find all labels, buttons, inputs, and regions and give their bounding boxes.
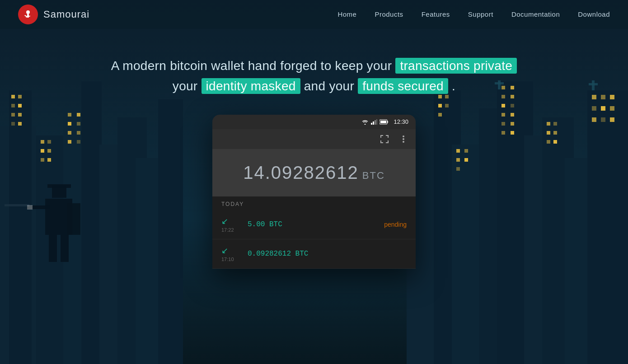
nav-link-products[interactable]: Products — [375, 10, 403, 18]
svg-rect-97 — [373, 121, 374, 125]
nav-link-documentation[interactable]: Documentation — [511, 10, 560, 18]
brand: Samourai — [18, 5, 89, 24]
svg-rect-44 — [445, 104, 449, 107]
svg-rect-73 — [601, 106, 605, 111]
svg-point-105 — [403, 141, 404, 143]
nav-item-home[interactable]: Home — [337, 10, 356, 19]
tx-1-status: pending — [384, 221, 407, 228]
svg-rect-21 — [11, 104, 15, 107]
phone-statusbar: 12:30 — [212, 115, 416, 129]
phone-toolbar — [212, 129, 416, 149]
tx-1-arrow-icon: ↙ — [221, 216, 232, 226]
more-options-icon[interactable] — [398, 134, 408, 144]
transaction-row-2: ↙ 17:10 0.09282612 BTC — [212, 239, 416, 269]
balance-value: 14.09282612 — [243, 163, 359, 182]
status-icons: 12:30 — [361, 118, 408, 125]
svg-rect-72 — [592, 106, 596, 111]
hero-text-pre1: A modern bitcoin wallet hand forged to k… — [111, 59, 392, 73]
tx-2-amount: 0.09282612 BTC — [248, 250, 400, 258]
nav-item-download[interactable]: Download — [578, 10, 610, 19]
nav-link-download[interactable]: Download — [578, 10, 610, 18]
svg-point-104 — [403, 138, 404, 140]
hero-highlight-funds: funds secured — [358, 78, 448, 94]
nav-item-products[interactable]: Products — [375, 10, 403, 19]
balance-unit: BTC — [362, 170, 385, 181]
svg-rect-74 — [610, 106, 614, 111]
svg-rect-99 — [376, 119, 377, 125]
hero-highlight-identity: identity masked — [202, 78, 300, 94]
nav-item-documentation[interactable]: Documentation — [511, 10, 560, 19]
logo — [18, 5, 38, 24]
tx-2-time: 17:10 — [221, 257, 241, 262]
tx-1-left: ↙ 17:22 — [221, 216, 241, 233]
nav-item-features[interactable]: Features — [422, 10, 450, 19]
tx-2-left: ↙ 17:10 — [221, 246, 241, 262]
nav-links: Home Products Features Support Documenta… — [337, 10, 610, 19]
phone-transactions: TODAY ↙ 17:22 5.00 BTC pending ↙ 17:10 0… — [212, 196, 416, 269]
phone-mockup: 12:30 14.09282612BTC — [212, 115, 416, 269]
wifi-icon — [361, 119, 369, 125]
battery-icon — [380, 119, 389, 125]
nav-link-features[interactable]: Features — [422, 10, 450, 18]
tx-1-amount: 5.00 BTC — [248, 220, 378, 229]
hero-highlight-transactions: transactions private — [395, 58, 517, 74]
nav-link-home[interactable]: Home — [337, 10, 356, 18]
nav-link-support[interactable]: Support — [468, 10, 493, 18]
svg-point-103 — [403, 135, 404, 137]
signal-icon — [371, 119, 377, 125]
phone-mockup-container: 12:30 14.09282612BTC — [0, 115, 628, 269]
navbar: Samourai Home Products Features Support … — [0, 0, 628, 29]
status-time: 12:30 — [394, 118, 408, 125]
svg-rect-102 — [387, 121, 388, 123]
svg-rect-43 — [438, 104, 442, 107]
svg-rect-96 — [371, 123, 372, 125]
expand-icon[interactable] — [380, 134, 389, 144]
tx-section-header: TODAY — [212, 196, 416, 210]
balance-display: 14.09282612BTC — [221, 163, 407, 183]
tx-1-time: 17:22 — [221, 227, 241, 233]
svg-rect-55 — [501, 104, 505, 107]
phone-balance-area: 14.09282612BTC — [212, 149, 416, 196]
hero-text-pre2: your — [173, 79, 198, 93]
svg-rect-98 — [375, 120, 376, 125]
hero-section: A modern bitcoin wallet hand forged to k… — [0, 29, 628, 97]
svg-rect-22 — [18, 104, 22, 107]
nav-item-support[interactable]: Support — [468, 10, 493, 19]
tx-2-arrow-icon: ↙ — [221, 246, 232, 256]
transaction-row-1: ↙ 17:22 5.00 BTC pending — [212, 210, 416, 239]
hero-text-mid: and your — [304, 79, 358, 93]
svg-point-92 — [26, 10, 30, 14]
hero-text-end: . — [452, 79, 455, 93]
svg-rect-101 — [380, 121, 386, 123]
hero-tagline: A modern bitcoin wallet hand forged to k… — [0, 56, 628, 97]
brand-name: Samourai — [43, 9, 89, 20]
svg-rect-56 — [511, 104, 514, 107]
